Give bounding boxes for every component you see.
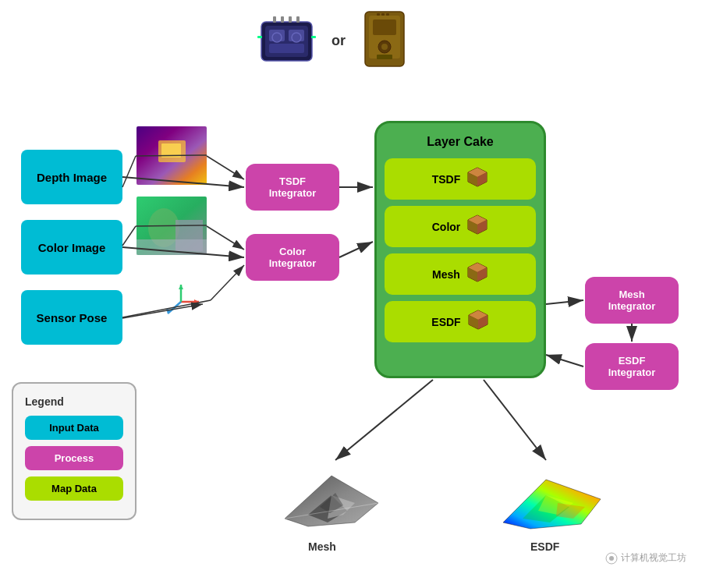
svg-line-33	[168, 302, 181, 313]
svg-rect-12	[311, 36, 316, 38]
svg-line-74	[484, 380, 546, 460]
mesh-integrator-box: Mesh Integrator	[585, 277, 679, 324]
mesh-output-label: Mesh	[308, 540, 336, 553]
svg-point-81	[609, 556, 614, 561]
esdf-output-visual	[495, 460, 608, 537]
mesh-output-visual	[277, 460, 386, 537]
svg-rect-24	[161, 143, 181, 158]
esdf-layer: ESDF	[385, 301, 536, 342]
svg-point-17	[381, 44, 388, 50]
svg-line-73	[335, 380, 433, 460]
tsdf-cube-icon	[466, 166, 488, 192]
svg-rect-20	[381, 13, 385, 16]
legend-title: Legend	[25, 395, 123, 408]
layer-cake-title: Layer Cake	[385, 135, 536, 149]
gpu-tower-icon	[361, 8, 408, 73]
svg-marker-32	[179, 285, 183, 289]
legend-process: Process	[25, 446, 123, 470]
depth-image-thumbnail	[136, 126, 207, 185]
mesh-cube-icon	[466, 261, 488, 287]
svg-rect-15	[373, 19, 396, 35]
color-image-thumbnail	[136, 197, 207, 255]
legend-box: Legend Input Data Process Map Data	[12, 382, 136, 520]
svg-rect-7	[289, 16, 292, 23]
depth-image-box: Depth Image	[21, 150, 122, 204]
svg-rect-19	[377, 13, 380, 16]
color-image-box: Color Image	[21, 220, 122, 275]
axes-icon	[160, 281, 203, 324]
color-layer: Color	[385, 206, 536, 247]
svg-rect-2	[269, 30, 285, 41]
watermark-icon	[605, 552, 618, 565]
svg-marker-30	[194, 299, 199, 304]
svg-rect-8	[296, 16, 300, 23]
tsdf-integrator-box: TSDF Integrator	[246, 164, 339, 211]
svg-rect-28	[136, 239, 207, 255]
legend-input-data: Input Data	[25, 416, 123, 440]
svg-line-67	[211, 265, 244, 300]
svg-line-65	[207, 226, 244, 250]
legend-map-data: Map Data	[25, 476, 123, 501]
mesh-layer: Mesh	[385, 253, 536, 295]
esdf-cube-icon	[467, 309, 489, 335]
svg-rect-3	[289, 30, 304, 41]
sensor-pose-box: Sensor Pose	[21, 290, 122, 345]
svg-line-75	[122, 156, 136, 187]
esdf-integrator-box: ESDF Integrator	[585, 343, 679, 390]
color-integrator-box: Color Integrator	[246, 234, 339, 281]
tsdf-layer: TSDF	[385, 158, 536, 200]
svg-line-70	[546, 300, 583, 304]
or-label: or	[332, 33, 346, 49]
svg-line-63	[207, 156, 244, 179]
svg-rect-11	[257, 36, 262, 38]
svg-line-77	[122, 226, 136, 246]
watermark: 计算机视觉工坊	[605, 551, 686, 565]
svg-line-71	[546, 355, 583, 367]
esdf-output-label: ESDF	[530, 540, 559, 553]
svg-rect-6	[281, 16, 284, 23]
layer-cake-container: Layer Cake TSDF Color	[374, 121, 546, 378]
gpu-chip-icon	[257, 14, 316, 68]
svg-rect-4	[269, 44, 304, 53]
svg-rect-18	[377, 55, 392, 59]
svg-rect-21	[386, 13, 389, 16]
svg-rect-5	[273, 16, 276, 23]
color-cube-icon	[466, 214, 488, 239]
diagram-container: or Depth Image	[0, 0, 702, 588]
svg-line-69	[339, 242, 373, 257]
hardware-area: or	[257, 8, 408, 73]
